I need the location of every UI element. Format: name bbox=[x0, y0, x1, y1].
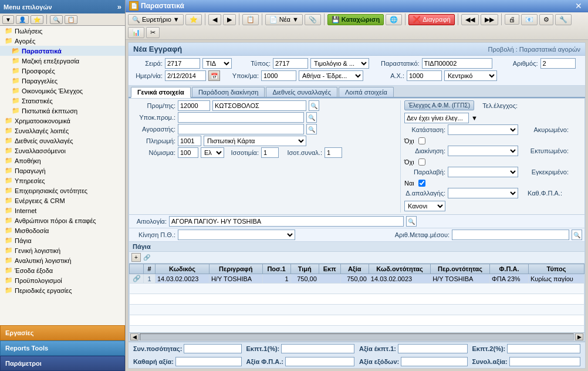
sidebar-close-button[interactable]: » bbox=[117, 2, 121, 11]
sidebar-item-paragogi[interactable]: 📁 Παραγωγή bbox=[0, 166, 125, 176]
cell-perigrafi[interactable]: Η/Υ TOSHIBA bbox=[209, 274, 262, 284]
nomisma-code-input[interactable] bbox=[178, 147, 198, 158]
sidebar-item-ypirésies[interactable]: 📁 Υπηρεσίες bbox=[0, 176, 125, 186]
toolbar-prev-btn[interactable]: ◀◀ bbox=[461, 14, 479, 25]
diakinisi-select[interactable] bbox=[448, 146, 518, 156]
aitia-input[interactable] bbox=[169, 216, 404, 227]
sidebar-tb-btn-2[interactable]: 👤 bbox=[16, 15, 29, 24]
hscroll-left-button[interactable]: ◀ bbox=[130, 333, 138, 340]
cell-kod-ontotitas[interactable]: 14.03.02.0023 bbox=[369, 274, 430, 284]
col-perigrafi[interactable]: Περιγραφή bbox=[209, 264, 262, 274]
sidebar-item-analytiki[interactable]: 📁 Αναλυτική λογιστική bbox=[0, 255, 125, 265]
toolbar-gear-btn[interactable]: ⚙ bbox=[539, 14, 553, 25]
cell-kodikos[interactable]: 14.03.02.0023 bbox=[156, 274, 209, 284]
sidebar-item-synalages-loipes[interactable]: 📁 Συναλλαγές λοιπές bbox=[0, 126, 125, 136]
toolbar-fav-button[interactable]: ⭐ bbox=[185, 14, 202, 25]
arith-metaf-input[interactable] bbox=[452, 230, 569, 240]
window-close-button[interactable]: ✕ bbox=[573, 1, 584, 11]
reports-tools-button[interactable]: Reports Tools bbox=[0, 340, 125, 356]
toolbar-tools-btn[interactable]: 🔧 bbox=[555, 14, 572, 25]
sidebar-item-epichirimatikes[interactable]: 📁 Επιχειρησιακές οντότητες bbox=[0, 186, 125, 195]
agorastes-input[interactable] bbox=[178, 124, 304, 134]
akyromeno-checkbox[interactable] bbox=[418, 137, 425, 144]
ax-input[interactable] bbox=[407, 70, 442, 81]
cell-timi[interactable]: 750,00 bbox=[290, 274, 319, 284]
cell-pos1[interactable]: 1 bbox=[262, 274, 290, 284]
kath-fpa-select[interactable]: Κανονι bbox=[404, 201, 445, 211]
col-per-ontotitas[interactable]: Περ.οντότητας bbox=[431, 264, 490, 274]
ax-name-select[interactable]: Κεντρικό bbox=[444, 70, 497, 81]
sidebar-item-agores[interactable]: 📁 Αγορές bbox=[0, 36, 125, 46]
sidebar-item-geniki[interactable]: 📁 Γενική λογιστική bbox=[0, 245, 125, 255]
sidebar-tb-btn-4[interactable]: 🔍 bbox=[50, 15, 63, 24]
sidebar-item-proypologismoi[interactable]: 📁 Προϋπολογισμοί bbox=[0, 275, 125, 285]
agorastes-search-button[interactable]: 🔍 bbox=[306, 124, 317, 134]
col-axia[interactable]: Αξία bbox=[340, 264, 369, 274]
toolbar-chart-btn[interactable]: 📊 bbox=[128, 27, 144, 38]
sidebar-item-maziki[interactable]: 📁 Μαζική επεξεργασία bbox=[0, 56, 125, 66]
sidebar-item-parastátika[interactable]: 📂 Παραστατικά bbox=[0, 46, 125, 56]
hscroll-track[interactable] bbox=[140, 333, 574, 340]
sidebar-item-periodikes[interactable]: 📁 Περιοδικές εργασίες bbox=[0, 285, 125, 295]
tab-paradosi[interactable]: Παράδοση διακίνηση bbox=[192, 87, 265, 97]
arith-metaf-search-button[interactable]: 🔍 bbox=[572, 230, 582, 240]
ergasies-button[interactable]: Εργασίες bbox=[0, 325, 125, 340]
table-row[interactable]: 🔗 1 14.03.02.0023 Η/Υ TOSHIBA 1 750,00 7… bbox=[130, 274, 584, 284]
egkekrimeno-checkbox[interactable] bbox=[418, 180, 425, 187]
tid-select[interactable]: ΤΙΔ bbox=[202, 58, 232, 69]
toolbar-nav2-btn[interactable]: ▶ bbox=[223, 14, 236, 25]
sidebar-item-diethnis[interactable]: 📁 Διεθνείς συναλλαγές bbox=[0, 136, 125, 146]
toolbar-next-btn[interactable]: ▶▶ bbox=[481, 14, 498, 25]
col-timi[interactable]: Τιμή bbox=[290, 264, 319, 274]
toolbar-print-btn[interactable]: 🖨 bbox=[505, 14, 519, 25]
col-kodikos[interactable]: Κωδικός bbox=[156, 264, 209, 274]
prom-search-button[interactable]: 🔍 bbox=[309, 100, 319, 111]
toolbar-clip-btn[interactable]: 📎 bbox=[305, 14, 321, 25]
sidebar-item-energeies[interactable]: 📁 Ενέργειες & CRM bbox=[0, 195, 125, 205]
col-kod-ontotitas[interactable]: Κωδ.οντότητας bbox=[369, 264, 430, 274]
pliromi-name-select[interactable]: Πιστωτική Κάρτα bbox=[204, 136, 306, 146]
nomisma-lang-select[interactable]: Ελ bbox=[201, 147, 224, 158]
sidebar-tb-btn-3[interactable]: ⭐ bbox=[31, 15, 43, 24]
sidebar-item-synalassomenoi[interactable]: 📁 Συναλλασσόμενοι bbox=[0, 146, 125, 156]
pliromi-code-input[interactable] bbox=[178, 136, 201, 146]
sidebar-item-poliseis[interactable]: 📁 Πωλήσεις bbox=[0, 26, 125, 36]
sidebar-item-statistikes[interactable]: 📁 Στατιστικές bbox=[0, 96, 125, 106]
tab-loipa[interactable]: Λοιπά στοιχεία bbox=[339, 87, 394, 97]
tab-genika-stoicheia[interactable]: Γενικά στοιχεία bbox=[131, 87, 191, 98]
cell-axia[interactable]: 750,00 bbox=[340, 274, 369, 284]
ypok-prom-search-button[interactable]: 🔍 bbox=[306, 112, 317, 123]
toolbar-copy-btn[interactable]: 📋 bbox=[242, 14, 259, 25]
toolbar-evretirio-button[interactable]: 🔍 Ευρετήριο ▼ bbox=[128, 14, 184, 25]
calendar-button[interactable]: 📅 bbox=[208, 70, 220, 81]
cell-ekp[interactable] bbox=[319, 274, 340, 284]
col-pos1[interactable]: Ποσ.1 bbox=[262, 264, 290, 274]
sidebar-item-anthropi[interactable]: 📁 Ανθρώπινοι πόροι & επαφές bbox=[0, 215, 125, 225]
sidebar-item-oikonomikos[interactable]: 📁 Οικονομικός Έλεγχος bbox=[0, 86, 125, 96]
tel-elegchos-input[interactable] bbox=[404, 113, 469, 123]
ypok-ma-name-select[interactable]: Αθήνα - Έδρε... bbox=[299, 70, 363, 81]
sidebar-item-prosfores[interactable]: 📁 Προσφορές bbox=[0, 66, 125, 76]
elegchos-afm-button[interactable]: Έλεγχος Α.Φ.Μ. (ΓΓΠΣ) bbox=[404, 100, 474, 110]
paralavi-select[interactable] bbox=[448, 167, 518, 177]
sidebar-item-misthodosia[interactable]: 📁 Μισθοδοσία bbox=[0, 225, 125, 235]
tipos-input[interactable] bbox=[273, 58, 308, 69]
aitia-search-button[interactable]: 🔍 bbox=[406, 216, 417, 227]
col-tipos[interactable]: Τύπος bbox=[529, 264, 584, 274]
parametroi-button[interactable]: Παράμετροι bbox=[0, 356, 125, 371]
sidebar-item-internet[interactable]: 📁 Internet bbox=[0, 205, 125, 215]
arithmos-input[interactable] bbox=[540, 58, 576, 69]
parastátiko-input[interactable] bbox=[422, 58, 492, 69]
ypok-ma-input[interactable] bbox=[261, 70, 296, 81]
seria-input[interactable] bbox=[165, 58, 200, 69]
isot-synal-input[interactable] bbox=[325, 147, 342, 158]
ypok-prom-input[interactable] bbox=[178, 112, 304, 123]
toolbar-nav-btn[interactable]: ◀ bbox=[208, 14, 221, 25]
sidebar-item-pagia[interactable]: 📁 Πάγια bbox=[0, 235, 125, 245]
ektipomeno-checkbox[interactable] bbox=[418, 158, 425, 166]
tab-diethnis[interactable]: Διεθνείς συναλλαγές bbox=[266, 87, 337, 97]
sidebar-item-pistotika[interactable]: 📁 Πιστωτικά έκπτωση bbox=[0, 106, 125, 116]
toolbar-email-btn[interactable]: 📧 bbox=[521, 14, 538, 25]
isot-input[interactable] bbox=[261, 147, 279, 158]
toolbar-globe-btn[interactable]: 🌐 bbox=[386, 14, 402, 25]
